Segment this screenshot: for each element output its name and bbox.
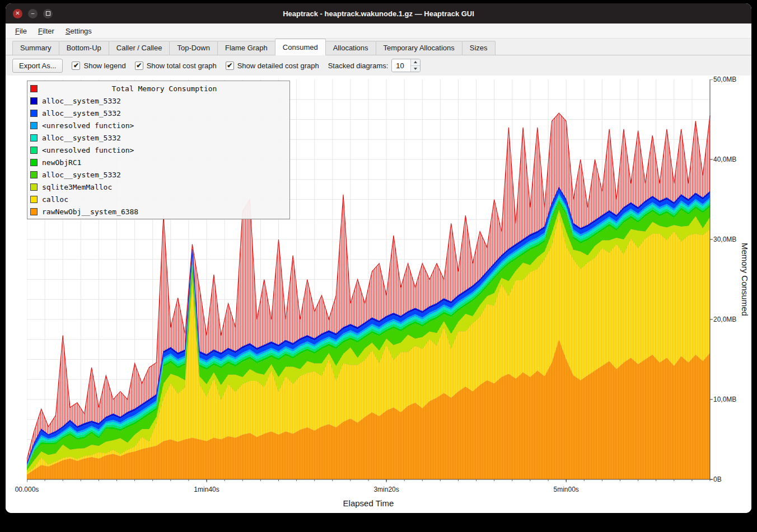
toolbar: Export As... ✔ Show legend ✔ Show total … <box>6 55 751 76</box>
tab-temporary-allocations[interactable]: Temporary Allocations <box>376 41 462 55</box>
x-axis-title: Elapsed Time <box>27 498 710 508</box>
legend-title-row: Total Memory Consumption <box>27 82 289 95</box>
chart-area: Total Memory Consumptionalloc__system_53… <box>6 76 751 513</box>
heaptrack-window: ✕ – Heaptrack - heaptrack.wakunode.1.gz … <box>6 3 751 513</box>
y-axis-tick-label: 0B <box>713 475 722 483</box>
export-as-button[interactable]: Export As... <box>12 59 63 73</box>
chart-legend: Total Memory Consumptionalloc__system_53… <box>27 81 290 219</box>
close-button[interactable]: ✕ <box>13 9 22 18</box>
tab-bottom-up[interactable]: Bottom-Up <box>59 41 109 55</box>
stacked-diagrams-spinbox[interactable]: 10 <box>391 59 420 72</box>
legend-entry: alloc__system_5332 <box>27 168 289 181</box>
tab-bar: Summary Bottom-Up Caller / Callee Top-Do… <box>6 39 751 55</box>
legend-entry: alloc__system_5332 <box>27 95 289 107</box>
menu-item-file[interactable]: File <box>10 25 32 37</box>
legend-entry: rawNewObj__system_6388 <box>27 205 289 218</box>
checkbox-icon: ✔ <box>72 62 80 70</box>
checkbox-show-legend[interactable]: ✔ Show legend <box>72 62 125 70</box>
arrow-down-icon <box>414 68 417 70</box>
legend-swatch <box>30 122 38 129</box>
spinbox-buttons <box>410 59 420 72</box>
y-axis-title: Memory Consumed <box>740 79 750 479</box>
titlebar-buttons: ✕ – <box>13 9 53 18</box>
tab-allocations[interactable]: Allocations <box>325 41 376 55</box>
legend-entry-label: alloc__system_5332 <box>42 134 121 142</box>
tab-sizes[interactable]: Sizes <box>462 41 496 55</box>
stacked-diagrams-label: Stacked diagrams: <box>328 62 389 70</box>
x-axis-tick-label: 1min40s <box>194 486 219 493</box>
y-axis-tick-label: 50,0MB <box>713 76 736 83</box>
legend-entry: calloc <box>27 193 289 205</box>
tab-top-down[interactable]: Top-Down <box>169 41 218 55</box>
legend-swatch <box>30 97 38 105</box>
legend-swatch <box>30 134 38 142</box>
checkbox-show-detailed-cost-graph[interactable]: ✔ Show detailed cost graph <box>226 62 319 70</box>
window-title: Heaptrack - heaptrack.wakunode.1.gz — He… <box>6 10 751 18</box>
legend-entry-label: newObjRC1 <box>42 158 81 167</box>
tab-flame-graph[interactable]: Flame Graph <box>217 41 275 55</box>
legend-swatch <box>30 171 38 178</box>
menu-item-filter[interactable]: Filter <box>33 25 59 37</box>
x-axis-tick-label: 5min00s <box>553 486 578 493</box>
legend-entry: <unresolved function> <box>27 119 289 131</box>
checkbox-icon: ✔ <box>135 62 143 70</box>
arrow-up-icon <box>414 61 417 63</box>
spin-up-button[interactable] <box>411 59 420 65</box>
legend-entry: sqlite3MemMalloc <box>27 181 289 193</box>
x-axis-tick-label: 00.000s <box>15 486 39 493</box>
legend-entry-label: <unresolved function> <box>42 121 134 130</box>
legend-entry: alloc__system_5332 <box>27 107 289 119</box>
legend-entry-label: alloc__system_5332 <box>42 97 121 105</box>
maximize-icon <box>46 11 50 16</box>
checkbox-icon: ✔ <box>226 62 234 70</box>
legend-swatch <box>30 196 38 203</box>
menubar: File Filter Settings <box>6 23 751 39</box>
stacked-diagrams-group: Stacked diagrams: 10 <box>328 59 421 72</box>
y-axis-tick-label: 40,0MB <box>713 156 736 163</box>
minimize-icon: – <box>31 11 35 16</box>
y-axis-tick-label: 30,0MB <box>713 236 736 243</box>
legend-swatch <box>30 159 38 166</box>
legend-swatch <box>30 147 38 154</box>
legend-swatch <box>30 85 38 92</box>
tab-consumed[interactable]: Consumed <box>275 39 326 55</box>
menu-item-settings[interactable]: Settings <box>60 25 97 37</box>
tab-summary[interactable]: Summary <box>12 41 59 55</box>
spinbox-value[interactable]: 10 <box>392 59 410 72</box>
legend-entry: <unresolved function> <box>27 144 289 156</box>
legend-swatch <box>30 208 38 215</box>
legend-entry-label: sqlite3MemMalloc <box>42 183 112 191</box>
close-icon: ✕ <box>15 11 20 16</box>
minimize-button[interactable]: – <box>28 9 38 18</box>
y-axis-tick-label: 20,0MB <box>713 316 736 323</box>
legend-entry: alloc__system_5332 <box>27 131 289 144</box>
legend-entry: newObjRC1 <box>27 156 289 168</box>
x-axis-tick-label: 3min20s <box>373 486 399 493</box>
tab-caller-callee[interactable]: Caller / Callee <box>109 41 170 55</box>
legend-entry-label: alloc__system_5332 <box>42 171 121 179</box>
legend-entry-label: calloc <box>42 195 68 204</box>
legend-swatch <box>30 110 38 117</box>
titlebar: ✕ – Heaptrack - heaptrack.wakunode.1.gz … <box>6 3 751 23</box>
legend-title: Total Memory Consumption <box>42 84 287 93</box>
checkbox-show-total-cost-graph[interactable]: ✔ Show total cost graph <box>135 62 217 70</box>
legend-entry-label: <unresolved function> <box>42 146 134 154</box>
spin-down-button[interactable] <box>411 65 420 72</box>
legend-entry-label: alloc__system_5332 <box>42 109 121 117</box>
legend-entry-label: rawNewObj__system_6388 <box>42 208 138 216</box>
x-axis-labels: 00.000s1min40s3min20s5min00s <box>27 486 710 495</box>
legend-swatch <box>30 183 38 191</box>
y-axis-tick-label: 10,0MB <box>713 396 736 403</box>
desktop-background: ✕ – Heaptrack - heaptrack.wakunode.1.gz … <box>0 0 757 532</box>
maximize-button[interactable] <box>43 9 53 18</box>
